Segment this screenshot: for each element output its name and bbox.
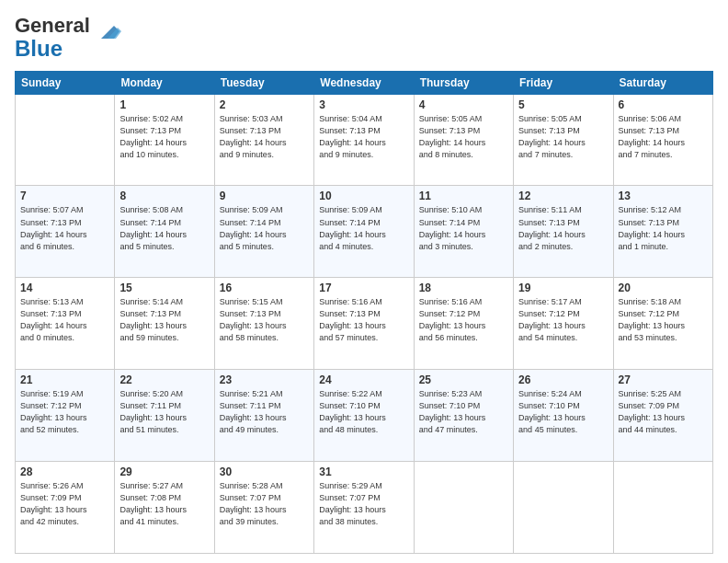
calendar-cell: 12Sunrise: 5:11 AM Sunset: 7:13 PM Dayli… <box>514 186 613 278</box>
calendar-cell: 3Sunrise: 5:04 AM Sunset: 7:13 PM Daylig… <box>314 94 414 186</box>
day-info: Sunrise: 5:17 AM Sunset: 7:12 PM Dayligh… <box>518 296 608 344</box>
day-info: Sunrise: 5:09 AM Sunset: 7:14 PM Dayligh… <box>319 204 408 252</box>
calendar-cell: 18Sunrise: 5:16 AM Sunset: 7:12 PM Dayli… <box>414 278 513 370</box>
day-info: Sunrise: 5:10 AM Sunset: 7:14 PM Dayligh… <box>419 204 508 252</box>
day-info: Sunrise: 5:29 AM Sunset: 7:07 PM Dayligh… <box>319 480 408 528</box>
day-info: Sunrise: 5:28 AM Sunset: 7:07 PM Dayligh… <box>220 480 309 528</box>
day-number: 22 <box>119 373 209 386</box>
calendar-week-row: 7Sunrise: 5:07 AM Sunset: 7:13 PM Daylig… <box>16 186 713 278</box>
day-info: Sunrise: 5:07 AM Sunset: 7:13 PM Dayligh… <box>20 204 109 252</box>
day-number: 18 <box>419 282 508 294</box>
day-info: Sunrise: 5:26 AM Sunset: 7:09 PM Dayligh… <box>20 480 109 528</box>
calendar-cell: 4Sunrise: 5:05 AM Sunset: 7:13 PM Daylig… <box>414 94 513 186</box>
calendar-day-header: Thursday <box>414 71 513 94</box>
day-number: 31 <box>319 465 408 478</box>
calendar-day-header: Sunday <box>16 71 115 94</box>
calendar-day-header: Tuesday <box>214 71 313 94</box>
day-number: 19 <box>518 282 608 294</box>
calendar-cell: 15Sunrise: 5:14 AM Sunset: 7:13 PM Dayli… <box>115 278 214 370</box>
day-number: 2 <box>220 98 309 111</box>
day-info: Sunrise: 5:19 AM Sunset: 7:12 PM Dayligh… <box>20 388 109 436</box>
calendar-cell: 27Sunrise: 5:25 AM Sunset: 7:09 PM Dayli… <box>613 370 712 462</box>
day-number: 14 <box>20 282 109 294</box>
calendar-cell: 26Sunrise: 5:24 AM Sunset: 7:10 PM Dayli… <box>514 370 613 462</box>
day-number: 9 <box>220 190 309 202</box>
calendar-cell: 7Sunrise: 5:07 AM Sunset: 7:13 PM Daylig… <box>16 186 115 278</box>
calendar-table: SundayMondayTuesdayWednesdayThursdayFrid… <box>15 71 713 554</box>
calendar-cell: 2Sunrise: 5:03 AM Sunset: 7:13 PM Daylig… <box>214 94 313 186</box>
calendar-cell: 31Sunrise: 5:29 AM Sunset: 7:07 PM Dayli… <box>314 462 414 554</box>
calendar-cell: 6Sunrise: 5:06 AM Sunset: 7:13 PM Daylig… <box>613 94 712 186</box>
day-info: Sunrise: 5:27 AM Sunset: 7:08 PM Dayligh… <box>119 480 209 528</box>
day-info: Sunrise: 5:22 AM Sunset: 7:10 PM Dayligh… <box>319 388 408 436</box>
day-number: 7 <box>20 190 109 202</box>
calendar-cell: 25Sunrise: 5:23 AM Sunset: 7:10 PM Dayli… <box>414 370 513 462</box>
day-info: Sunrise: 5:05 AM Sunset: 7:13 PM Dayligh… <box>518 113 608 161</box>
calendar-week-row: 1Sunrise: 5:02 AM Sunset: 7:13 PM Daylig… <box>16 94 713 186</box>
page: General Blue SundayMondayTuesdayWednesda… <box>0 0 728 563</box>
day-number: 28 <box>20 465 109 478</box>
calendar-cell: 5Sunrise: 5:05 AM Sunset: 7:13 PM Daylig… <box>514 94 613 186</box>
calendar-cell <box>514 462 613 554</box>
day-info: Sunrise: 5:08 AM Sunset: 7:14 PM Dayligh… <box>119 204 209 252</box>
calendar-cell: 10Sunrise: 5:09 AM Sunset: 7:14 PM Dayli… <box>314 186 414 278</box>
logo-text: General Blue <box>15 15 90 62</box>
day-number: 30 <box>220 465 309 478</box>
day-info: Sunrise: 5:21 AM Sunset: 7:11 PM Dayligh… <box>220 388 309 436</box>
day-info: Sunrise: 5:23 AM Sunset: 7:10 PM Dayligh… <box>419 388 508 436</box>
day-number: 13 <box>619 190 708 202</box>
day-number: 27 <box>619 373 708 386</box>
calendar-header-row: SundayMondayTuesdayWednesdayThursdayFrid… <box>16 71 713 94</box>
day-number: 15 <box>119 282 209 294</box>
day-number: 5 <box>518 98 608 111</box>
day-number: 25 <box>419 373 508 386</box>
day-info: Sunrise: 5:05 AM Sunset: 7:13 PM Dayligh… <box>419 113 508 161</box>
calendar-week-row: 21Sunrise: 5:19 AM Sunset: 7:12 PM Dayli… <box>16 370 713 462</box>
calendar-cell: 23Sunrise: 5:21 AM Sunset: 7:11 PM Dayli… <box>214 370 313 462</box>
calendar-cell: 13Sunrise: 5:12 AM Sunset: 7:13 PM Dayli… <box>613 186 712 278</box>
day-number: 16 <box>220 282 309 294</box>
day-info: Sunrise: 5:12 AM Sunset: 7:13 PM Dayligh… <box>619 204 708 252</box>
calendar-cell: 8Sunrise: 5:08 AM Sunset: 7:14 PM Daylig… <box>115 186 214 278</box>
day-number: 1 <box>119 98 209 111</box>
day-info: Sunrise: 5:06 AM Sunset: 7:13 PM Dayligh… <box>619 113 708 161</box>
day-info: Sunrise: 5:02 AM Sunset: 7:13 PM Dayligh… <box>119 113 209 161</box>
calendar-cell <box>414 462 513 554</box>
calendar-day-header: Friday <box>514 71 613 94</box>
calendar-day-header: Monday <box>115 71 214 94</box>
calendar-week-row: 28Sunrise: 5:26 AM Sunset: 7:09 PM Dayli… <box>16 462 713 554</box>
day-number: 11 <box>419 190 508 202</box>
calendar-cell: 21Sunrise: 5:19 AM Sunset: 7:12 PM Dayli… <box>16 370 115 462</box>
day-info: Sunrise: 5:20 AM Sunset: 7:11 PM Dayligh… <box>119 388 209 436</box>
day-number: 29 <box>119 465 209 478</box>
day-number: 26 <box>518 373 608 386</box>
day-number: 3 <box>319 98 408 111</box>
calendar-cell: 30Sunrise: 5:28 AM Sunset: 7:07 PM Dayli… <box>214 462 313 554</box>
calendar-day-header: Saturday <box>613 71 712 94</box>
day-number: 17 <box>319 282 408 294</box>
day-number: 6 <box>619 98 708 111</box>
calendar-week-row: 14Sunrise: 5:13 AM Sunset: 7:13 PM Dayli… <box>16 278 713 370</box>
calendar-cell <box>613 462 712 554</box>
day-info: Sunrise: 5:09 AM Sunset: 7:14 PM Dayligh… <box>220 204 309 252</box>
calendar-cell: 17Sunrise: 5:16 AM Sunset: 7:13 PM Dayli… <box>314 278 414 370</box>
calendar-cell: 24Sunrise: 5:22 AM Sunset: 7:10 PM Dayli… <box>314 370 414 462</box>
day-info: Sunrise: 5:04 AM Sunset: 7:13 PM Dayligh… <box>319 113 408 161</box>
calendar-cell: 11Sunrise: 5:10 AM Sunset: 7:14 PM Dayli… <box>414 186 513 278</box>
day-info: Sunrise: 5:16 AM Sunset: 7:12 PM Dayligh… <box>419 296 508 344</box>
day-number: 10 <box>319 190 408 202</box>
calendar-cell <box>16 94 115 186</box>
day-number: 23 <box>220 373 309 386</box>
day-info: Sunrise: 5:03 AM Sunset: 7:13 PM Dayligh… <box>220 113 309 161</box>
day-number: 8 <box>119 190 209 202</box>
day-info: Sunrise: 5:18 AM Sunset: 7:12 PM Dayligh… <box>619 296 708 344</box>
calendar-cell: 14Sunrise: 5:13 AM Sunset: 7:13 PM Dayli… <box>16 278 115 370</box>
day-info: Sunrise: 5:13 AM Sunset: 7:13 PM Dayligh… <box>20 296 109 344</box>
day-info: Sunrise: 5:25 AM Sunset: 7:09 PM Dayligh… <box>619 388 708 436</box>
day-info: Sunrise: 5:14 AM Sunset: 7:13 PM Dayligh… <box>119 296 209 344</box>
day-number: 21 <box>20 373 109 386</box>
day-number: 12 <box>518 190 608 202</box>
header: General Blue <box>15 15 713 62</box>
calendar-cell: 22Sunrise: 5:20 AM Sunset: 7:11 PM Dayli… <box>115 370 214 462</box>
day-number: 24 <box>319 373 408 386</box>
